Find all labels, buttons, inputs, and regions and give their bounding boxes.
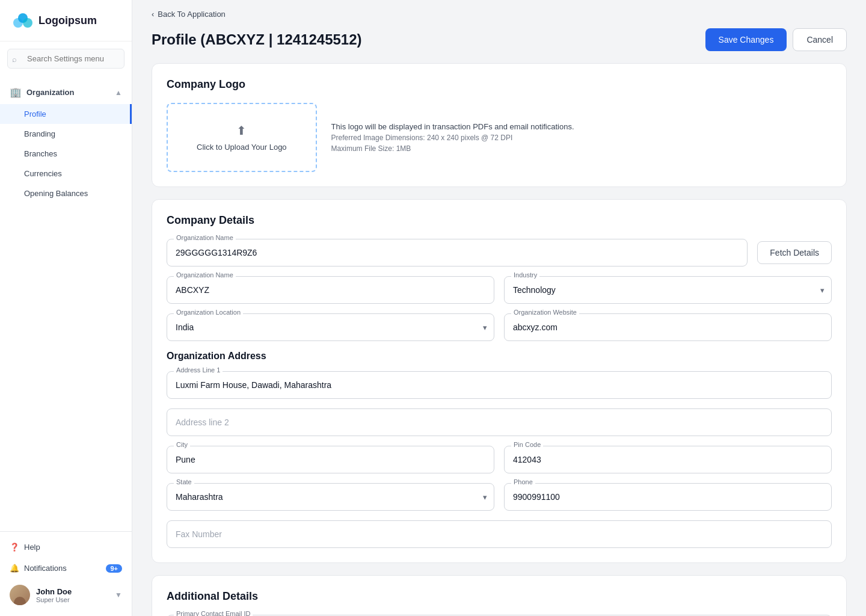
address1-label: Address Line 1 xyxy=(174,366,223,374)
gst-input[interactable] xyxy=(167,239,748,266)
upload-label: Click to Upload Your Logo xyxy=(197,143,287,152)
sidebar-item-currencies[interactable]: Currencies xyxy=(0,164,132,183)
search-input[interactable] xyxy=(7,49,124,69)
gst-row: Organization Name Fetch Details xyxy=(167,239,832,266)
notifications-badge: 9+ xyxy=(106,564,122,573)
nav-section-chevron: ▲ xyxy=(115,88,122,97)
city-pincode-row: City Pin Code xyxy=(167,446,832,473)
upload-info-main: This logo will be displayed in transacti… xyxy=(331,122,574,131)
org-location-label: Organization Location xyxy=(174,309,243,316)
org-name-group: Organization Name xyxy=(167,276,494,304)
fax-row xyxy=(167,520,832,548)
company-logo-card: Company Logo ⬆ Click to Upload Your Logo… xyxy=(152,63,847,187)
company-logo-title: Company Logo xyxy=(167,78,832,91)
sidebar-item-opening-balances[interactable]: Opening Balances xyxy=(0,183,132,203)
pincode-group: Pin Code xyxy=(504,446,832,473)
fax-input[interactable] xyxy=(167,520,832,548)
company-details-card: Company Details Organization Name Fetch … xyxy=(152,199,847,563)
city-label: City xyxy=(174,441,190,448)
address1-group: Address Line 1 xyxy=(167,371,832,399)
state-select-wrapper: Maharashtra Karnataka Tamil Nadu Delhi ▾ xyxy=(167,483,494,511)
cancel-button[interactable]: Cancel xyxy=(793,28,847,51)
user-chevron-icon: ▼ xyxy=(115,591,122,599)
additional-details-title: Additional Details xyxy=(167,590,832,603)
logo-text: Logoipsum xyxy=(38,14,97,27)
state-select[interactable]: Maharashtra Karnataka Tamil Nadu Delhi xyxy=(167,483,494,511)
organization-icon: 🏢 xyxy=(10,87,22,98)
back-link[interactable]: ‹ Back To Application xyxy=(152,10,226,19)
user-profile-item[interactable]: John Doe Super User ▼ xyxy=(0,579,132,611)
org-website-input[interactable] xyxy=(504,313,832,341)
org-address-subtitle: Organization Address xyxy=(167,351,832,362)
search-box[interactable]: ⌕ xyxy=(7,49,124,69)
org-website-group: Organization Website xyxy=(504,313,832,341)
org-location-group: Organization Location India United State… xyxy=(167,313,494,341)
content-area: Company Logo ⬆ Click to Upload Your Logo… xyxy=(132,63,866,616)
notifications-label: Notifications xyxy=(24,564,67,573)
top-bar: ‹ Back To Application xyxy=(132,0,866,28)
upload-box[interactable]: ⬆ Click to Upload Your Logo xyxy=(167,103,317,172)
org-location-select[interactable]: India United States United Kingdom xyxy=(167,313,494,341)
address2-group xyxy=(167,408,832,436)
address1-input[interactable] xyxy=(167,371,832,399)
save-changes-button[interactable]: Save Changes xyxy=(705,28,787,51)
help-icon: ❓ xyxy=(10,543,19,552)
sidebar-bottom: ❓ Help 🔔 Notifications 9+ John Doe Super… xyxy=(0,531,132,616)
nav-section-label: Organization xyxy=(26,88,74,97)
industry-select-wrapper: Technology Finance Healthcare ▾ xyxy=(504,276,832,304)
city-input[interactable] xyxy=(167,446,494,473)
gst-field-group: Organization Name xyxy=(167,239,748,266)
main-content: ‹ Back To Application Profile (ABCXYZ | … xyxy=(132,0,866,616)
upload-info-dimensions: Preferred Image Dimensions: 240 x 240 pi… xyxy=(331,134,574,142)
header-buttons: Save Changes Cancel xyxy=(705,28,847,51)
pincode-input[interactable] xyxy=(504,446,832,473)
page-header: Profile (ABCXYZ | 1241245512) Save Chang… xyxy=(132,28,866,63)
user-info: John Doe Super User xyxy=(36,587,109,603)
industry-select[interactable]: Technology Finance Healthcare xyxy=(504,276,832,304)
page-title: Profile (ABCXYZ | 1241245512) xyxy=(152,31,362,48)
industry-group: Industry Technology Finance Healthcare ▾ xyxy=(504,276,832,304)
avatar xyxy=(10,585,30,605)
user-name: John Doe xyxy=(36,587,109,596)
state-label: State xyxy=(174,478,194,485)
svg-point-2 xyxy=(23,18,32,28)
sidebar-item-profile[interactable]: Profile xyxy=(0,104,132,124)
org-location-select-wrapper: India United States United Kingdom ▾ xyxy=(167,313,494,341)
pincode-label: Pin Code xyxy=(511,441,543,448)
org-name-input[interactable] xyxy=(167,276,494,304)
location-website-row: Organization Location India United State… xyxy=(167,313,832,341)
sidebar-logo: Logoipsum xyxy=(0,0,132,42)
gst-label: Organization Name xyxy=(174,234,236,241)
phone-label: Phone xyxy=(511,478,535,485)
fetch-btn-wrapper: Fetch Details xyxy=(757,239,832,266)
notifications-icon: 🔔 xyxy=(10,564,19,573)
help-item[interactable]: ❓ Help xyxy=(0,537,132,558)
nav-section-header-organization[interactable]: 🏢 Organization ▲ xyxy=(0,81,132,104)
phone-input[interactable] xyxy=(504,483,832,511)
notifications-item[interactable]: 🔔 Notifications 9+ xyxy=(0,558,132,579)
sidebar: Logoipsum ⌕ 🏢 Organization ▲ Profile Bra… xyxy=(0,0,132,616)
search-icon: ⌕ xyxy=(12,54,17,63)
nav-section-organization: 🏢 Organization ▲ Profile Branding Branch… xyxy=(0,76,132,208)
city-group: City xyxy=(167,446,494,473)
back-arrow-icon: ‹ xyxy=(152,10,154,19)
company-details-title: Company Details xyxy=(167,214,832,227)
user-role: Super User xyxy=(36,596,109,603)
org-name-label: Organization Name xyxy=(174,271,236,279)
upload-icon: ⬆ xyxy=(236,123,247,138)
primary-email-label: Primary Contact Email ID xyxy=(174,610,253,616)
address2-row xyxy=(167,408,832,436)
additional-details-card: Additional Details Primary Contact Email… xyxy=(152,575,847,616)
upload-info: This logo will be displayed in transacti… xyxy=(331,103,574,172)
address2-input[interactable] xyxy=(167,408,832,436)
state-phone-row: State Maharashtra Karnataka Tamil Nadu D… xyxy=(167,483,832,511)
state-group: State Maharashtra Karnataka Tamil Nadu D… xyxy=(167,483,494,511)
fax-group xyxy=(167,520,832,548)
logo-upload-area: ⬆ Click to Upload Your Logo This logo wi… xyxy=(167,103,832,172)
industry-label: Industry xyxy=(511,271,539,279)
fetch-details-button[interactable]: Fetch Details xyxy=(757,241,832,264)
sidebar-item-branches[interactable]: Branches xyxy=(0,144,132,164)
sidebar-item-branding[interactable]: Branding xyxy=(0,124,132,144)
back-link-label: Back To Application xyxy=(158,10,226,19)
logo-icon xyxy=(12,10,34,31)
